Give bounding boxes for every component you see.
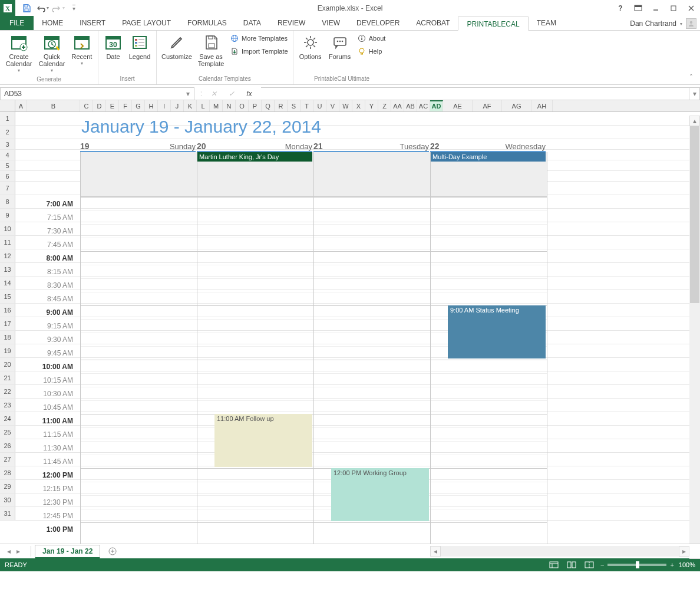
tab-formulas[interactable]: FORMULAS	[179, 16, 235, 30]
col-header-AH[interactable]: AH	[531, 100, 553, 111]
col-header-L[interactable]: L	[197, 100, 210, 111]
col-header-S[interactable]: S	[288, 100, 301, 111]
row-header-15[interactable]: 15	[0, 290, 15, 303]
allday-event[interactable]: Multi-Day Example	[430, 152, 546, 162]
scroll-thumb[interactable]	[690, 126, 699, 303]
help-button[interactable]: Help	[355, 45, 388, 58]
help-icon[interactable]: ?	[612, 0, 629, 17]
col-header-AB[interactable]: AB	[404, 100, 417, 111]
zoom-slider[interactable]: − +	[600, 561, 674, 568]
col-header-U[interactable]: U	[313, 100, 326, 111]
col-header-K[interactable]: K	[184, 100, 197, 111]
row-header-19[interactable]: 19	[0, 344, 15, 357]
row-header-16[interactable]: 16	[0, 304, 15, 317]
col-header-C[interactable]: C	[80, 100, 93, 111]
tab-home[interactable]: HOME	[34, 16, 71, 30]
insert-legend-button[interactable]: Legend	[126, 32, 154, 61]
redo-icon[interactable]: ▾	[51, 1, 65, 15]
customize-button[interactable]: Customize	[159, 32, 194, 61]
row-header-17[interactable]: 17	[0, 317, 15, 330]
collapse-ribbon-icon[interactable]: ˆ	[685, 74, 698, 83]
row-header-30[interactable]: 30	[0, 493, 15, 506]
tab-team[interactable]: TEAM	[529, 16, 564, 30]
undo-icon[interactable]: ▾	[35, 1, 49, 15]
col-header-J[interactable]: J	[171, 100, 184, 111]
user-account[interactable]: Dan Chartrand ▾	[630, 17, 696, 31]
row-header-31[interactable]: 31	[0, 507, 15, 520]
expand-formula-bar-icon[interactable]: ▾	[689, 87, 700, 100]
row-header-10[interactable]: 10	[0, 222, 15, 235]
row-header-25[interactable]: 25	[0, 426, 15, 439]
tab-view[interactable]: VIEW	[313, 16, 348, 30]
col-header-Y[interactable]: Y	[365, 100, 378, 111]
maximize-icon[interactable]	[665, 0, 682, 17]
minimize-icon[interactable]	[647, 0, 665, 17]
row-header-11[interactable]: 11	[0, 236, 15, 249]
about-button[interactable]: About	[355, 32, 388, 45]
row-header-14[interactable]: 14	[0, 277, 15, 289]
new-sheet-icon[interactable]	[106, 545, 119, 558]
row-header-7[interactable]: 7	[0, 182, 15, 195]
col-header-N[interactable]: N	[223, 100, 236, 111]
row-header-6[interactable]: 6	[0, 171, 15, 181]
close-icon[interactable]	[682, 0, 700, 17]
tab-developer[interactable]: DEVELOPER	[348, 16, 408, 30]
options-button[interactable]: Options	[296, 32, 325, 61]
row-header-13[interactable]: 13	[0, 263, 15, 276]
vertical-scrollbar[interactable]: ▴ ▾	[689, 116, 700, 559]
col-header-P[interactable]: P	[249, 100, 262, 111]
save-icon[interactable]	[19, 1, 34, 15]
col-header-D[interactable]: D	[93, 100, 106, 111]
page-break-view-icon[interactable]	[583, 560, 596, 570]
page-layout-view-icon[interactable]	[565, 560, 578, 570]
col-header-V[interactable]: V	[326, 100, 339, 111]
ribbon-display-options-icon[interactable]	[629, 0, 647, 17]
sheet-tab-active[interactable]: Jan 19 - Jan 22	[35, 545, 100, 559]
calendar-event[interactable]: 11:00 AM Follow up	[214, 414, 312, 467]
col-header-O[interactable]: O	[236, 100, 249, 111]
tab-page-layout[interactable]: PAGE LAYOUT	[114, 16, 179, 30]
save-as-template-button[interactable]: Save as Template	[194, 32, 227, 68]
zoom-in-icon[interactable]: +	[670, 561, 673, 568]
row-header-21[interactable]: 21	[0, 371, 15, 384]
row-header-12[interactable]: 12	[0, 249, 15, 262]
col-header-I[interactable]: I	[158, 100, 171, 111]
row-header-2[interactable]: 2	[0, 126, 15, 139]
col-header-T[interactable]: T	[301, 100, 313, 111]
tab-file[interactable]: FILE	[0, 16, 34, 30]
scroll-left-icon[interactable]: ◂	[430, 546, 441, 557]
select-all-corner[interactable]	[0, 100, 15, 111]
fx-icon[interactable]: fx	[241, 88, 257, 100]
zoom-value[interactable]: 100%	[679, 561, 695, 568]
scroll-right-icon[interactable]: ▸	[679, 546, 689, 557]
row-header-4[interactable]: 4	[0, 150, 15, 160]
col-header-AE[interactable]: AE	[443, 100, 473, 111]
tab-insert[interactable]: INSERT	[71, 16, 114, 30]
tab-data[interactable]: DATA	[235, 16, 269, 30]
col-header-AC[interactable]: AC	[417, 100, 430, 111]
row-header-23[interactable]: 23	[0, 399, 15, 412]
col-header-H[interactable]: H	[145, 100, 158, 111]
allday-event[interactable]: Martin Luther King, Jr's Day	[197, 152, 312, 162]
enter-formula-icon[interactable]: ✓	[223, 88, 240, 100]
cancel-formula-icon[interactable]: ✕	[206, 88, 222, 100]
horizontal-scrollbar[interactable]: ◂ ▸	[430, 546, 689, 557]
col-header-X[interactable]: X	[352, 100, 365, 111]
col-header-Z[interactable]: Z	[378, 100, 391, 111]
tab-review[interactable]: REVIEW	[269, 16, 313, 30]
row-header-22[interactable]: 22	[0, 385, 15, 398]
qat-customize-icon[interactable]: ▾	[67, 1, 81, 15]
col-header-E[interactable]: E	[106, 100, 119, 111]
row-header-27[interactable]: 27	[0, 453, 15, 466]
col-header-W[interactable]: W	[339, 100, 352, 111]
row-header-9[interactable]: 9	[0, 209, 15, 222]
col-header-AD[interactable]: AD	[430, 100, 443, 111]
calendar-event[interactable]: 12:00 PM Working Group	[331, 468, 429, 521]
col-header-AA[interactable]: AA	[391, 100, 404, 111]
row-header-28[interactable]: 28	[0, 466, 15, 479]
more-templates-button[interactable]: More Templates	[227, 32, 290, 45]
col-header-AF[interactable]: AF	[473, 100, 502, 111]
row-header-8[interactable]: 8	[0, 195, 15, 208]
row-header-1[interactable]: 1	[0, 112, 15, 125]
quick-calendar-button[interactable]: Quick Calendar ▾	[35, 32, 68, 75]
